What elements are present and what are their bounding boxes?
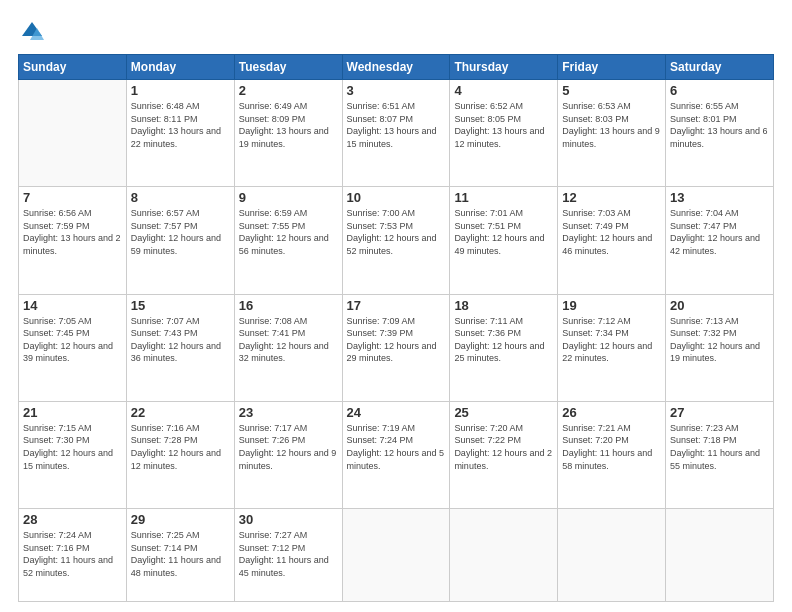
day-of-week-header: Wednesday: [342, 55, 450, 80]
day-info: Sunrise: 6:59 AMSunset: 7:55 PMDaylight:…: [239, 207, 338, 257]
calendar-header-row: SundayMondayTuesdayWednesdayThursdayFrid…: [19, 55, 774, 80]
calendar-week-row: 21Sunrise: 7:15 AMSunset: 7:30 PMDayligh…: [19, 401, 774, 508]
day-info: Sunrise: 7:23 AMSunset: 7:18 PMDaylight:…: [670, 422, 769, 472]
day-number: 22: [131, 405, 230, 420]
calendar-week-row: 28Sunrise: 7:24 AMSunset: 7:16 PMDayligh…: [19, 509, 774, 602]
page-header: [18, 18, 774, 46]
day-of-week-header: Tuesday: [234, 55, 342, 80]
calendar-day-cell: 28Sunrise: 7:24 AMSunset: 7:16 PMDayligh…: [19, 509, 127, 602]
calendar-day-cell: 4Sunrise: 6:52 AMSunset: 8:05 PMDaylight…: [450, 80, 558, 187]
calendar-day-cell: 15Sunrise: 7:07 AMSunset: 7:43 PMDayligh…: [126, 294, 234, 401]
day-number: 11: [454, 190, 553, 205]
calendar-day-cell: 21Sunrise: 7:15 AMSunset: 7:30 PMDayligh…: [19, 401, 127, 508]
day-number: 5: [562, 83, 661, 98]
day-number: 10: [347, 190, 446, 205]
calendar-day-cell: 22Sunrise: 7:16 AMSunset: 7:28 PMDayligh…: [126, 401, 234, 508]
day-number: 7: [23, 190, 122, 205]
day-number: 25: [454, 405, 553, 420]
calendar-day-cell: 8Sunrise: 6:57 AMSunset: 7:57 PMDaylight…: [126, 187, 234, 294]
day-number: 13: [670, 190, 769, 205]
day-info: Sunrise: 6:51 AMSunset: 8:07 PMDaylight:…: [347, 100, 446, 150]
day-number: 16: [239, 298, 338, 313]
day-info: Sunrise: 7:15 AMSunset: 7:30 PMDaylight:…: [23, 422, 122, 472]
day-number: 29: [131, 512, 230, 527]
day-number: 15: [131, 298, 230, 313]
day-number: 28: [23, 512, 122, 527]
calendar-day-cell: 16Sunrise: 7:08 AMSunset: 7:41 PMDayligh…: [234, 294, 342, 401]
day-info: Sunrise: 6:48 AMSunset: 8:11 PMDaylight:…: [131, 100, 230, 150]
calendar-day-cell: 27Sunrise: 7:23 AMSunset: 7:18 PMDayligh…: [666, 401, 774, 508]
calendar-day-cell: [342, 509, 450, 602]
day-number: 8: [131, 190, 230, 205]
calendar-week-row: 7Sunrise: 6:56 AMSunset: 7:59 PMDaylight…: [19, 187, 774, 294]
day-number: 6: [670, 83, 769, 98]
calendar-day-cell: 26Sunrise: 7:21 AMSunset: 7:20 PMDayligh…: [558, 401, 666, 508]
day-number: 1: [131, 83, 230, 98]
day-number: 14: [23, 298, 122, 313]
calendar-day-cell: 7Sunrise: 6:56 AMSunset: 7:59 PMDaylight…: [19, 187, 127, 294]
day-info: Sunrise: 7:17 AMSunset: 7:26 PMDaylight:…: [239, 422, 338, 472]
day-info: Sunrise: 7:07 AMSunset: 7:43 PMDaylight:…: [131, 315, 230, 365]
day-info: Sunrise: 6:49 AMSunset: 8:09 PMDaylight:…: [239, 100, 338, 150]
day-info: Sunrise: 7:08 AMSunset: 7:41 PMDaylight:…: [239, 315, 338, 365]
day-number: 2: [239, 83, 338, 98]
day-info: Sunrise: 6:52 AMSunset: 8:05 PMDaylight:…: [454, 100, 553, 150]
day-info: Sunrise: 7:12 AMSunset: 7:34 PMDaylight:…: [562, 315, 661, 365]
day-number: 12: [562, 190, 661, 205]
day-info: Sunrise: 6:53 AMSunset: 8:03 PMDaylight:…: [562, 100, 661, 150]
day-number: 30: [239, 512, 338, 527]
day-number: 3: [347, 83, 446, 98]
day-number: 18: [454, 298, 553, 313]
day-of-week-header: Thursday: [450, 55, 558, 80]
day-info: Sunrise: 7:25 AMSunset: 7:14 PMDaylight:…: [131, 529, 230, 579]
day-info: Sunrise: 7:27 AMSunset: 7:12 PMDaylight:…: [239, 529, 338, 579]
calendar-table: SundayMondayTuesdayWednesdayThursdayFrid…: [18, 54, 774, 602]
calendar-day-cell: 12Sunrise: 7:03 AMSunset: 7:49 PMDayligh…: [558, 187, 666, 294]
day-info: Sunrise: 6:55 AMSunset: 8:01 PMDaylight:…: [670, 100, 769, 150]
calendar-day-cell: 19Sunrise: 7:12 AMSunset: 7:34 PMDayligh…: [558, 294, 666, 401]
calendar-day-cell: 23Sunrise: 7:17 AMSunset: 7:26 PMDayligh…: [234, 401, 342, 508]
logo: [18, 18, 50, 46]
day-info: Sunrise: 7:03 AMSunset: 7:49 PMDaylight:…: [562, 207, 661, 257]
calendar-day-cell: 3Sunrise: 6:51 AMSunset: 8:07 PMDaylight…: [342, 80, 450, 187]
day-number: 27: [670, 405, 769, 420]
day-number: 17: [347, 298, 446, 313]
day-info: Sunrise: 7:13 AMSunset: 7:32 PMDaylight:…: [670, 315, 769, 365]
day-number: 9: [239, 190, 338, 205]
day-of-week-header: Monday: [126, 55, 234, 80]
day-info: Sunrise: 7:24 AMSunset: 7:16 PMDaylight:…: [23, 529, 122, 579]
calendar-day-cell: 10Sunrise: 7:00 AMSunset: 7:53 PMDayligh…: [342, 187, 450, 294]
day-number: 26: [562, 405, 661, 420]
calendar-day-cell: 9Sunrise: 6:59 AMSunset: 7:55 PMDaylight…: [234, 187, 342, 294]
day-info: Sunrise: 7:09 AMSunset: 7:39 PMDaylight:…: [347, 315, 446, 365]
day-info: Sunrise: 7:16 AMSunset: 7:28 PMDaylight:…: [131, 422, 230, 472]
logo-icon: [18, 18, 46, 46]
calendar-day-cell: 25Sunrise: 7:20 AMSunset: 7:22 PMDayligh…: [450, 401, 558, 508]
calendar-day-cell: 6Sunrise: 6:55 AMSunset: 8:01 PMDaylight…: [666, 80, 774, 187]
calendar-day-cell: 18Sunrise: 7:11 AMSunset: 7:36 PMDayligh…: [450, 294, 558, 401]
day-info: Sunrise: 7:04 AMSunset: 7:47 PMDaylight:…: [670, 207, 769, 257]
day-number: 4: [454, 83, 553, 98]
calendar-week-row: 1Sunrise: 6:48 AMSunset: 8:11 PMDaylight…: [19, 80, 774, 187]
day-info: Sunrise: 7:20 AMSunset: 7:22 PMDaylight:…: [454, 422, 553, 472]
day-of-week-header: Sunday: [19, 55, 127, 80]
calendar-day-cell: [450, 509, 558, 602]
day-of-week-header: Friday: [558, 55, 666, 80]
day-info: Sunrise: 7:05 AMSunset: 7:45 PMDaylight:…: [23, 315, 122, 365]
day-number: 23: [239, 405, 338, 420]
calendar-day-cell: 24Sunrise: 7:19 AMSunset: 7:24 PMDayligh…: [342, 401, 450, 508]
calendar-day-cell: 20Sunrise: 7:13 AMSunset: 7:32 PMDayligh…: [666, 294, 774, 401]
day-number: 21: [23, 405, 122, 420]
calendar-day-cell: 17Sunrise: 7:09 AMSunset: 7:39 PMDayligh…: [342, 294, 450, 401]
day-info: Sunrise: 7:00 AMSunset: 7:53 PMDaylight:…: [347, 207, 446, 257]
day-info: Sunrise: 7:01 AMSunset: 7:51 PMDaylight:…: [454, 207, 553, 257]
day-number: 24: [347, 405, 446, 420]
day-info: Sunrise: 7:21 AMSunset: 7:20 PMDaylight:…: [562, 422, 661, 472]
calendar-day-cell: 5Sunrise: 6:53 AMSunset: 8:03 PMDaylight…: [558, 80, 666, 187]
calendar-day-cell: 30Sunrise: 7:27 AMSunset: 7:12 PMDayligh…: [234, 509, 342, 602]
calendar-week-row: 14Sunrise: 7:05 AMSunset: 7:45 PMDayligh…: [19, 294, 774, 401]
day-number: 20: [670, 298, 769, 313]
day-number: 19: [562, 298, 661, 313]
calendar-day-cell: 29Sunrise: 7:25 AMSunset: 7:14 PMDayligh…: [126, 509, 234, 602]
calendar-day-cell: 14Sunrise: 7:05 AMSunset: 7:45 PMDayligh…: [19, 294, 127, 401]
